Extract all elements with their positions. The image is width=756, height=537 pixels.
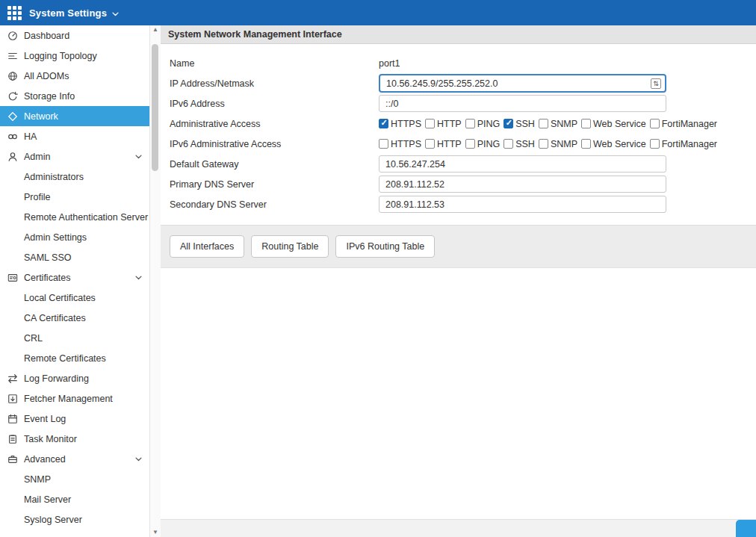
checkbox-icon[interactable] [650, 139, 660, 149]
sidebar-item-dashboard[interactable]: Dashboard [0, 25, 149, 46]
checkbox-icon[interactable] [539, 119, 548, 128]
sidebar-item-local-certificates[interactable]: Local Certificates [0, 288, 149, 308]
sidebar-item-label: Syslog Server [24, 515, 82, 525]
sidebar-item-ca-certificates[interactable]: CA Certificates [0, 308, 149, 328]
sidebar-item-network[interactable]: Network [0, 106, 149, 126]
app-switcher[interactable]: System Settings [29, 7, 120, 19]
default-gateway-input[interactable] [379, 155, 666, 173]
checkbox-snmp[interactable]: SNMP [539, 119, 577, 129]
secondary-dns-input[interactable] [379, 196, 666, 213]
sidebar-item-profile[interactable]: Profile [0, 187, 149, 207]
sidebar-item-event-log[interactable]: Event Log [0, 409, 149, 429]
sidebar-item-remote-authentication-server[interactable]: Remote Authentication Server [0, 207, 149, 227]
sidebar-item-label: Remote Authentication Server [24, 212, 148, 223]
network-form: Name port1 IP Address/Netmask ⇅ IPv6 Add… [161, 44, 756, 225]
checkbox-fortimanager[interactable]: FortiManager [650, 119, 717, 129]
checkbox-label: SSH [515, 119, 535, 129]
globe-icon [7, 71, 19, 81]
sidebar-item-label: CRL [24, 333, 43, 344]
checkbox-ipv6-http[interactable]: HTTP [425, 139, 462, 149]
app-title: System Settings [29, 7, 107, 19]
sidebar-item-label: Logging Topology [24, 51, 97, 61]
ipv6-address-input[interactable] [379, 95, 666, 112]
checkbox-http[interactable]: HTTP [425, 119, 462, 129]
scroll-down-icon[interactable]: ▼ [152, 529, 158, 536]
sidebar-item-admin[interactable]: Admin [0, 146, 149, 167]
sidebar-item-advanced[interactable]: Advanced [0, 449, 149, 469]
checkbox-icon[interactable] [504, 139, 513, 149]
checkbox-icon[interactable] [379, 139, 388, 149]
checkbox-ipv6-ssh[interactable]: SSH [504, 139, 535, 149]
task-monitor-icon [7, 434, 19, 444]
view-toolbar: All Interfaces Routing Table IPv6 Routin… [161, 225, 756, 268]
checkbox-ipv6-https[interactable]: HTTPS [379, 139, 421, 149]
checkbox-ipv6-web-service[interactable]: Web Service [581, 139, 646, 149]
scrollbar-thumb[interactable] [152, 44, 158, 171]
checkbox-ipv6-snmp[interactable]: SNMP [539, 139, 577, 149]
checkbox-ssh[interactable]: SSH [504, 119, 535, 129]
sidebar-item-label: Fetcher Management [24, 394, 113, 404]
sidebar-item-label: Task Monitor [24, 434, 77, 444]
scrollbar-track[interactable] [150, 34, 161, 529]
sidebar-item-saml-sso[interactable]: SAML SSO [0, 247, 149, 267]
sidebar-item-admin-settings[interactable]: Admin Settings [0, 227, 149, 247]
sidebar-item-certificates[interactable]: Certificates [0, 267, 149, 288]
name-value: port1 [379, 58, 400, 69]
sidebar-item-crl[interactable]: CRL [0, 328, 149, 348]
chevron-down-icon [134, 273, 143, 282]
form-row-ipv6: IPv6 Address [170, 93, 747, 114]
checkbox-icon[interactable] [465, 139, 475, 149]
primary-dns-input[interactable] [379, 176, 666, 193]
sidebar-item-label: Profile [24, 192, 50, 202]
checkbox-icon[interactable] [425, 139, 435, 149]
checkbox-icon[interactable] [425, 119, 435, 128]
admin-user-icon [7, 152, 19, 162]
sidebar-scrollbar[interactable]: ▲ ▼ [149, 25, 161, 537]
sidebar-item-fetcher-management[interactable]: Fetcher Management [0, 388, 149, 409]
ipv6-routing-table-button[interactable]: IPv6 Routing Table [335, 235, 435, 258]
checkbox-icon[interactable] [504, 119, 513, 128]
sidebar-item-label: CA Certificates [24, 313, 86, 323]
checkbox-ipv6-fortimanager[interactable]: FortiManager [650, 139, 717, 149]
checkbox-ipv6-ping[interactable]: PING [465, 139, 501, 149]
input-addon-icon[interactable]: ⇅ [651, 78, 661, 89]
checkbox-https[interactable]: HTTPS [379, 119, 421, 129]
sidebar-item-remote-certificates[interactable]: Remote Certificates [0, 348, 149, 368]
form-row-name: Name port1 [170, 53, 747, 73]
form-row-admin-access: Administrative Access HTTPS HTTP PING SS… [170, 114, 747, 134]
checkbox-icon[interactable] [539, 139, 548, 149]
sidebar-item-logging-topology[interactable]: Logging Topology [0, 46, 149, 66]
forward-arrows-icon [7, 373, 19, 384]
topology-icon [7, 51, 19, 61]
checkbox-web-service[interactable]: Web Service [581, 119, 646, 129]
page-title: System Network Management Interface [161, 25, 756, 44]
sidebar-item-storage-info[interactable]: Storage Info [0, 86, 149, 106]
checkbox-icon[interactable] [465, 119, 475, 128]
sidebar-item-log-forwarding[interactable]: Log Forwarding [0, 368, 149, 388]
sidebar-item-administrators[interactable]: Administrators [0, 167, 149, 187]
checkbox-icon[interactable] [581, 119, 591, 128]
sidebar-item-all-adoms[interactable]: All ADOMs [0, 66, 149, 86]
ip-netmask-input[interactable] [379, 74, 666, 93]
checkbox-label: FortiManager [662, 119, 717, 129]
routing-table-button[interactable]: Routing Table [251, 235, 329, 258]
chevron-down-icon [134, 455, 143, 463]
sidebar-item-mail-server[interactable]: Mail Server [0, 489, 149, 509]
sidebar-item-label: Remote Certificates [24, 353, 106, 364]
app-grid-icon[interactable] [7, 6, 22, 20]
all-interfaces-button[interactable]: All Interfaces [170, 235, 244, 258]
checkbox-icon[interactable] [379, 119, 388, 128]
checkbox-label: PING [477, 119, 501, 129]
checkbox-icon[interactable] [650, 119, 660, 128]
sidebar-item-snmp[interactable]: SNMP [0, 469, 149, 489]
secondary-dns-label: Secondary DNS Server [170, 199, 379, 210]
scroll-up-icon[interactable]: ▲ [152, 26, 158, 34]
checkbox-icon[interactable] [581, 139, 591, 149]
sidebar-item-task-monitor[interactable]: Task Monitor [0, 429, 149, 449]
sidebar-item-label: Administrators [24, 172, 84, 182]
sidebar-item-ha[interactable]: HA [0, 126, 149, 146]
sidebar-item-syslog-server[interactable]: Syslog Server [0, 509, 149, 530]
floating-action-button[interactable] [736, 520, 756, 537]
checkbox-label: PING [477, 139, 501, 149]
checkbox-ping[interactable]: PING [465, 119, 501, 129]
